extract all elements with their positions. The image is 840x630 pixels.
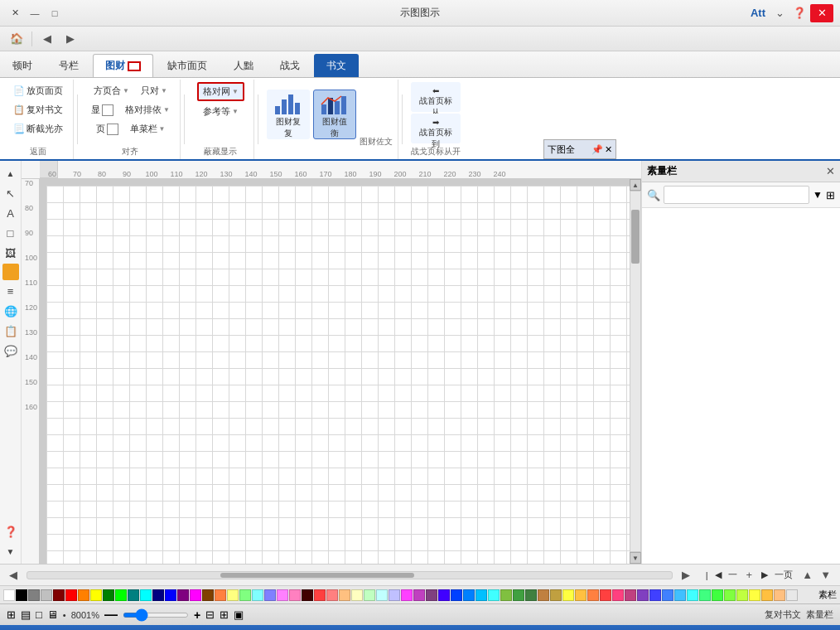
- page-size-button[interactable]: 页: [91, 120, 123, 138]
- page-from-button[interactable]: ⬅ 战首页标从: [411, 82, 461, 112]
- color-swatch[interactable]: [786, 589, 798, 601]
- search-input[interactable]: [664, 186, 809, 204]
- scroll-track-vertical[interactable]: [630, 191, 641, 552]
- horizontal-scrollbar[interactable]: [27, 571, 673, 579]
- text-tool[interactable]: A: [2, 204, 20, 222]
- screen-icon[interactable]: 🖥: [47, 608, 58, 621]
- color-swatch[interactable]: [562, 589, 574, 601]
- tab-review[interactable]: 战戈: [268, 54, 312, 77]
- color-swatch[interactable]: [302, 589, 313, 601]
- image-tool[interactable]: 🖼: [2, 244, 20, 262]
- color-swatch[interactable]: [451, 589, 462, 601]
- color-swatch[interactable]: [190, 589, 201, 601]
- color-swatch[interactable]: [364, 589, 375, 601]
- scrollbar-thumb[interactable]: [220, 573, 413, 578]
- scroll-down-button[interactable]: ▼: [2, 542, 20, 560]
- search-dropdown-icon[interactable]: ▼: [813, 189, 823, 201]
- color-grid-icon[interactable]: ⊞: [826, 189, 835, 201]
- color-swatch[interactable]: [724, 589, 736, 601]
- color-swatch[interactable]: [78, 589, 89, 601]
- color-swatch[interactable]: [662, 589, 673, 601]
- pages-button[interactable]: 只对 ▼: [136, 82, 172, 99]
- select-tool[interactable]: ↖: [2, 184, 20, 202]
- grid-align-button[interactable]: 显: [86, 101, 118, 119]
- color-swatch[interactable]: [736, 589, 748, 601]
- color-swatch[interactable]: [140, 589, 152, 601]
- color-swatch[interactable]: [90, 589, 102, 601]
- canvas-scroll[interactable]: [40, 179, 630, 564]
- color-swatch[interactable]: [488, 589, 500, 601]
- chart-normal-button[interactable]: 图财值衡: [313, 90, 356, 139]
- help-icon[interactable]: ❓: [790, 4, 809, 22]
- add-page-button[interactable]: +: [744, 569, 756, 581]
- color-swatch[interactable]: [252, 589, 263, 601]
- ribbon-toggle-button[interactable]: ⌄: [770, 4, 789, 22]
- color-swatch[interactable]: [476, 589, 487, 601]
- tab-references[interactable]: 人黜: [221, 54, 266, 77]
- rect-tool[interactable]: □: [2, 224, 20, 242]
- grid-view-icon[interactable]: ⊞: [7, 608, 16, 621]
- color-swatch[interactable]: [463, 589, 475, 601]
- color-swatch[interactable]: [115, 589, 127, 601]
- color-swatch[interactable]: [712, 589, 723, 601]
- color-swatch[interactable]: [438, 589, 450, 601]
- color-swatch[interactable]: [264, 589, 276, 601]
- right-panel-close[interactable]: ✕: [826, 165, 835, 177]
- color-swatch[interactable]: [326, 589, 338, 601]
- color-swatch[interactable]: [227, 589, 239, 601]
- color-swatch[interactable]: [314, 589, 326, 601]
- line-tool[interactable]: ≡: [2, 282, 20, 300]
- page-up-arrow[interactable]: ▲: [799, 569, 815, 581]
- show-reference-button[interactable]: 参考等 ▼: [198, 103, 244, 120]
- color-swatch[interactable]: [128, 589, 139, 601]
- color-swatch[interactable]: [612, 589, 624, 601]
- color-swatch[interactable]: [28, 589, 40, 601]
- chat-tool[interactable]: 💬: [2, 342, 20, 360]
- menu-button[interactable]: 单菜栏 ▼: [125, 120, 171, 138]
- zoom-decrease-button[interactable]: —: [104, 608, 118, 623]
- columns-button[interactable]: 格对排依 ▼: [120, 101, 175, 119]
- color-swatch[interactable]: [289, 589, 301, 601]
- color-swatch[interactable]: [699, 589, 711, 601]
- color-swatch[interactable]: [637, 589, 649, 601]
- actual-size-button[interactable]: ⊞: [220, 608, 229, 621]
- scroll-left-button[interactable]: ◀: [7, 569, 20, 581]
- color-swatch[interactable]: [600, 589, 611, 601]
- page-to-button[interactable]: ➡ 战首页标到: [411, 114, 461, 143]
- shape-panel-pin[interactable]: 📌: [591, 144, 603, 155]
- shape-tool[interactable]: [2, 264, 19, 280]
- zoom-slider[interactable]: [123, 613, 189, 618]
- tab-chart[interactable]: 图财: [93, 54, 153, 77]
- color-swatch[interactable]: [649, 589, 661, 601]
- color-swatch[interactable]: [389, 589, 400, 601]
- scroll-right-button[interactable]: ▶: [679, 569, 693, 581]
- color-swatch[interactable]: [674, 589, 686, 601]
- color-swatch[interactable]: [401, 589, 413, 601]
- color-swatch[interactable]: [3, 589, 15, 601]
- color-swatch[interactable]: [500, 589, 512, 601]
- tab-insert[interactable]: 号栏: [46, 54, 91, 77]
- page-align-button[interactable]: 方页合 ▼: [89, 82, 134, 99]
- color-swatch[interactable]: [53, 589, 65, 601]
- color-swatch[interactable]: [177, 589, 189, 601]
- scroll-down-arrow[interactable]: ▼: [630, 552, 641, 564]
- color-swatch[interactable]: [239, 589, 251, 601]
- color-swatch[interactable]: [525, 589, 537, 601]
- color-swatch[interactable]: [152, 589, 164, 601]
- color-swatch[interactable]: [41, 589, 52, 601]
- page-down-arrow[interactable]: ▼: [818, 569, 833, 581]
- color-swatch[interactable]: [774, 589, 785, 601]
- color-swatch[interactable]: [687, 589, 698, 601]
- tab-write[interactable]: 书文: [314, 54, 359, 77]
- color-swatch[interactable]: [202, 589, 214, 601]
- color-swatch[interactable]: [16, 589, 27, 601]
- help-tool[interactable]: ❓: [2, 522, 20, 540]
- close-button[interactable]: ✕: [7, 5, 23, 22]
- color-swatch[interactable]: [587, 589, 599, 601]
- home-icon[interactable]: 🏠: [7, 29, 27, 49]
- color-swatch[interactable]: [575, 589, 587, 601]
- color-swatch[interactable]: [277, 589, 288, 601]
- color-swatch[interactable]: [749, 589, 760, 601]
- color-swatch[interactable]: [426, 589, 437, 601]
- page-break-button[interactable]: 📃 断截光亦: [8, 120, 68, 138]
